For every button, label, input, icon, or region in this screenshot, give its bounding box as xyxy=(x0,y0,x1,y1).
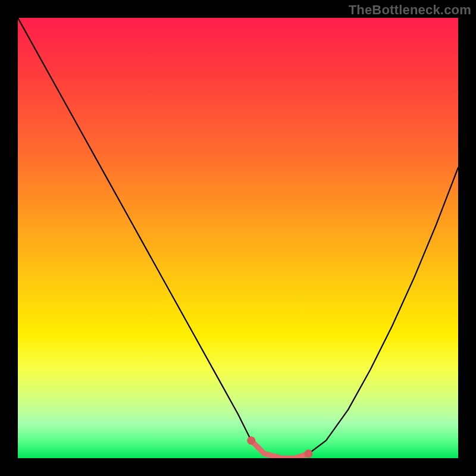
watermark-text: TheBottleneck.com xyxy=(349,2,471,18)
plot-area xyxy=(18,18,458,458)
highlight-endpoint-left xyxy=(247,436,255,444)
bottleneck-curve xyxy=(18,18,458,458)
curve-layer xyxy=(18,18,458,458)
highlight-segment xyxy=(251,440,308,458)
highlight-endpoint-right xyxy=(304,450,312,458)
chart-frame: TheBottleneck.com xyxy=(0,0,476,476)
